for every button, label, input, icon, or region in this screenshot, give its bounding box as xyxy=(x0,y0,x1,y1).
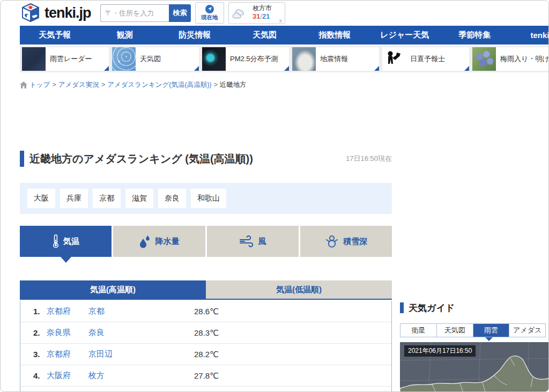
title-accent-bar xyxy=(20,151,24,167)
high-low-temps: 31/21 xyxy=(253,12,272,21)
corner-triangle-icon xyxy=(374,66,379,71)
table-row: 3. 京都府 京田辺 28.2℃ xyxy=(20,344,391,365)
guide-tab-radar[interactable]: 雨雲 xyxy=(473,324,510,337)
low-temp: 21 xyxy=(262,12,270,20)
tab-label: 風 xyxy=(258,236,266,247)
logo-text: tenki.jp xyxy=(44,5,91,21)
snowman-icon xyxy=(325,234,339,248)
point-link[interactable]: 枚方 xyxy=(88,371,194,381)
prefecture-link[interactable]: 大阪府 xyxy=(47,371,88,381)
nav-item-tenkijp[interactable]: tenki.jp xyxy=(510,26,549,45)
hydrangea-thumbnail xyxy=(472,47,496,71)
temperature-value: 28.2℃ xyxy=(194,350,391,359)
pref-button-osaka[interactable]: 大阪 xyxy=(27,189,55,208)
breadcrumb-amedas[interactable]: アメダス実況 xyxy=(58,80,99,90)
tab-label: 気温 xyxy=(63,236,79,247)
temperature-value: 28.6℃ xyxy=(194,307,391,316)
rank-cell: 2. xyxy=(20,328,47,337)
pref-button-hyogo[interactable]: 兵庫 xyxy=(60,189,88,208)
tenki-cube-logo-icon xyxy=(20,2,41,24)
page-title-row: 近畿地方のアメダスランキング (気温(高温順)) 17日16:50現在 xyxy=(20,150,392,168)
quicklink-pm25[interactable]: PM2.5分布予測 xyxy=(202,47,289,71)
table-row: 2. 奈良県 奈良 28.3℃ xyxy=(20,322,391,344)
quicklink-forecaster[interactable]: 日直予報士 xyxy=(382,47,469,71)
quicklink-label: 日直予報士 xyxy=(410,54,445,64)
quicklink-label: 天気図 xyxy=(140,54,161,64)
page-title: 近畿地方のアメダスランキング (気温(高温順)) xyxy=(29,152,253,166)
tab-precipitation[interactable]: 降水量 xyxy=(113,226,205,257)
point-link[interactable]: 奈良 xyxy=(88,328,194,338)
nav-item-observation[interactable]: 観測 xyxy=(90,26,160,45)
guide-tab-satellite[interactable]: 衛星 xyxy=(400,324,437,337)
weather-guide-sidebar: 天気ガイド 衛星 天気図 雨雲 アメダス xyxy=(400,301,549,315)
corner-triangle-icon xyxy=(284,66,289,71)
corner-triangle-icon xyxy=(104,66,109,71)
close-icon[interactable]: x xyxy=(279,17,283,24)
high-temp: 31 xyxy=(253,12,260,20)
active-tab-pointer-icon xyxy=(61,257,71,263)
nav-item-disaster[interactable]: 防災情報 xyxy=(160,26,230,45)
quicklink-rain-radar[interactable]: 雨雲レーダー xyxy=(22,47,109,71)
guide-tab-chart[interactable]: 天気図 xyxy=(437,324,473,337)
raindrops-icon xyxy=(139,234,151,248)
point-link[interactable]: 京都 xyxy=(88,306,194,316)
pref-button-wakayama[interactable]: 和歌山 xyxy=(191,189,226,208)
prefecture-link[interactable]: 京都府 xyxy=(47,306,88,316)
current-location-button[interactable]: 現在地 xyxy=(195,2,224,24)
breadcrumb: トップ > アメダス実況 > アメダスランキング(気温(高温順)) > 近畿地方 xyxy=(20,79,247,90)
tab-label: 積雪深 xyxy=(343,236,367,247)
prefecture-link[interactable]: 京都府 xyxy=(47,349,88,359)
current-location-label: 現在地 xyxy=(201,14,218,21)
corner-triangle-icon xyxy=(194,66,199,71)
nav-item-seasonal[interactable]: 季節特集 xyxy=(440,26,510,45)
rank-cell: 3. xyxy=(20,350,47,359)
breadcrumb-ranking[interactable]: アメダスランキング(気温(高温順)) xyxy=(107,80,211,90)
point-link[interactable]: 京田辺 xyxy=(88,349,194,359)
temperature-value: 27.8℃ xyxy=(194,371,391,381)
tab-wind[interactable]: 風 xyxy=(207,226,299,257)
tab-temperature[interactable]: 気温 xyxy=(20,226,112,257)
pref-button-kyoto[interactable]: 京都 xyxy=(93,189,121,208)
thermometer-icon xyxy=(53,234,59,248)
earthquake-thumbnail xyxy=(292,47,316,71)
weather-chart-thumbnail xyxy=(112,47,136,71)
nav-item-forecast[interactable]: 天気予報 xyxy=(20,26,90,45)
prefecture-link[interactable]: 奈良県 xyxy=(47,328,88,338)
pref-button-shiga[interactable]: 滋賀 xyxy=(125,189,153,208)
table-row: 4. 大阪府 枚方 27.8℃ xyxy=(20,365,391,387)
quicklink-rainy-season[interactable]: 梅雨入り・明け xyxy=(472,47,549,71)
cloudy-icon xyxy=(232,6,249,19)
guide-tab-amedas[interactable]: アメダス xyxy=(509,324,545,337)
prefecture-filter: 大阪 兵庫 京都 滋賀 奈良 和歌山 xyxy=(20,183,392,214)
quicklink-weather-chart[interactable]: 天気図 xyxy=(112,47,199,71)
sort-subtabs: 気温(高温順) 気温(低温順) xyxy=(20,280,392,300)
breadcrumb-separator: > xyxy=(101,81,105,88)
search-button[interactable]: 検索 xyxy=(169,4,191,22)
main-column: 近畿地方のアメダスランキング (気温(高温順)) 17日16:50現在 大阪 兵… xyxy=(20,150,392,168)
ranking-table: 1. 京都府 京都 28.6℃ 2. 奈良県 奈良 28.3℃ 3. 京都府 京… xyxy=(20,301,392,392)
radar-map[interactable]: 2021年06月17日16:50 xyxy=(400,342,549,392)
rank-cell: 4. xyxy=(20,371,47,380)
table-row: 5. 兵庫県 福崎 27.7℃ xyxy=(20,387,391,392)
pref-button-nara[interactable]: 奈良 xyxy=(158,189,186,208)
quicklink-label: 梅雨入り・明け xyxy=(500,54,549,64)
nav-item-weather-map[interactable]: 天気図 xyxy=(230,26,300,45)
subtab-high-temp[interactable]: 気温(高温順) xyxy=(20,280,206,299)
table-row: 1. 京都府 京都 28.6℃ xyxy=(20,301,391,322)
breadcrumb-top[interactable]: トップ xyxy=(29,80,50,90)
search-input[interactable] xyxy=(100,4,169,22)
breadcrumb-separator: > xyxy=(52,81,56,88)
quicklink-label: 雨雲レーダー xyxy=(50,54,92,64)
updated-timestamp: 17日16:50現在 xyxy=(346,154,392,164)
temperature-value: 28.3℃ xyxy=(194,328,391,338)
breadcrumb-separator: > xyxy=(213,81,217,88)
nav-item-indexes[interactable]: 指数情報 xyxy=(300,26,370,45)
subtab-low-temp[interactable]: 気温(低温順) xyxy=(206,280,392,299)
local-weather-widget[interactable]: 枚方市 31/21 x xyxy=(228,2,285,24)
nav-item-leisure[interactable]: レジャー天気 xyxy=(370,26,440,45)
map-timestamp-badge: 2021年06月17日16:50 xyxy=(404,345,476,357)
quicklink-earthquake[interactable]: 地震情報 xyxy=(292,47,379,71)
tab-snow-depth[interactable]: 積雪深 xyxy=(300,226,392,257)
tenki-logo[interactable]: tenki.jp xyxy=(20,2,100,24)
local-weather-info: 枚方市 31/21 xyxy=(253,4,272,21)
